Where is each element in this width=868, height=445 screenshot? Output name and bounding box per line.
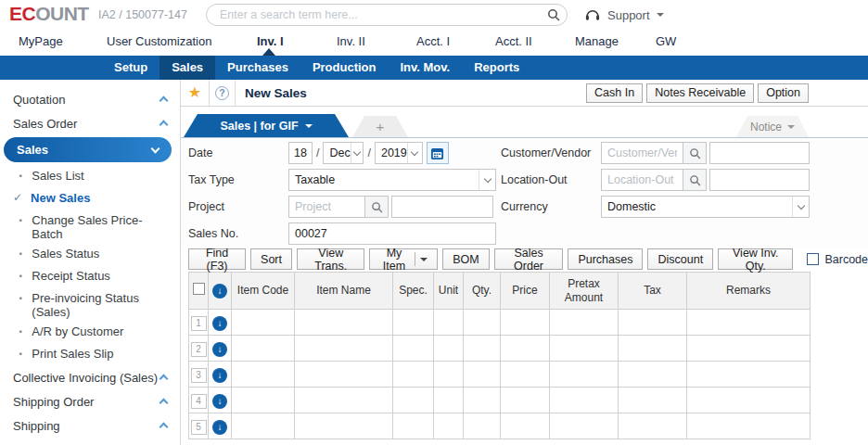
notes-receivable-button[interactable]: Notes Receivable <box>646 83 754 103</box>
grid-cell[interactable] <box>501 362 550 388</box>
main-menu-item-user-customization[interactable]: User Customization <box>107 30 211 54</box>
date-month-select[interactable]: Dec <box>323 142 364 164</box>
location-out-code-input[interactable] <box>601 169 683 191</box>
grid-cell[interactable] <box>619 413 687 439</box>
notice-tab[interactable]: Notice <box>736 116 809 137</box>
sidebar-item-change-sales-price-batch[interactable]: · Change Sales Price-Batch <box>0 210 180 243</box>
sidebar-item-shipping[interactable]: Shipping <box>0 413 180 438</box>
sidebar-item-pre-invoicing-status[interactable]: · Pre-invoicing Status (Sales) <box>0 287 180 321</box>
project-name-input[interactable] <box>391 196 493 218</box>
grid-cell[interactable] <box>687 362 811 388</box>
row-number[interactable]: 5 <box>191 420 207 435</box>
sidebar-item-sales-order[interactable]: Sales Order <box>0 111 180 135</box>
grid-cell[interactable] <box>550 362 619 388</box>
grid-cell[interactable] <box>393 310 434 336</box>
grid-cell[interactable] <box>434 310 464 336</box>
ecount-logo[interactable]: ECOUNT <box>9 3 89 25</box>
grid-cell[interactable] <box>550 336 619 362</box>
grid-cell[interactable] <box>501 388 550 413</box>
new-tab-button[interactable]: + <box>352 116 408 137</box>
grid-cell[interactable] <box>295 388 393 413</box>
bom-button[interactable]: BOM <box>442 248 489 270</box>
select-all-checkbox[interactable] <box>193 283 205 295</box>
purchases-button[interactable]: Purchases <box>568 248 643 270</box>
project-code-input[interactable] <box>288 196 364 218</box>
row-number[interactable]: 3 <box>191 368 207 383</box>
sidebar-item-ar-by-customer[interactable]: · A/R by Customer <box>0 321 180 343</box>
grid-cell[interactable] <box>619 362 687 388</box>
date-day-input[interactable] <box>288 142 313 164</box>
barcode-checkbox[interactable] <box>807 253 819 265</box>
favorite-button[interactable]: ★ <box>181 85 209 100</box>
customer-vendor-name-input[interactable] <box>709 142 810 164</box>
grid-cell[interactable] <box>501 336 550 362</box>
row-number[interactable]: 1 <box>191 316 207 331</box>
grid-cell[interactable] <box>295 362 393 388</box>
grid-cell[interactable] <box>393 362 434 388</box>
grid-cell[interactable] <box>393 388 434 413</box>
module-item-inv-mov[interactable]: Inv. Mov. <box>388 56 462 80</box>
main-menu-item-manage[interactable]: Manage <box>575 30 619 54</box>
grid-cell[interactable] <box>619 388 687 413</box>
cash-in-button[interactable]: Cash In <box>586 83 643 103</box>
grid-cell[interactable] <box>434 388 464 413</box>
view-trans-button[interactable]: View Trans. <box>297 248 364 270</box>
currency-select[interactable]: Domestic <box>601 196 810 218</box>
grid-cell[interactable] <box>434 336 464 362</box>
row-insert-button[interactable]: ↓ <box>212 316 227 331</box>
sidebar-item-sales-status[interactable]: · Sales Status <box>0 243 180 265</box>
tab-sales-for-gif[interactable]: Sales | for GIF <box>184 114 349 137</box>
main-menu-item-inv-2[interactable]: Inv. II <box>337 30 365 54</box>
grid-cell[interactable] <box>550 310 619 336</box>
sales-order-button[interactable]: Sales Order <box>494 248 564 270</box>
grid-cell[interactable] <box>550 388 619 413</box>
grid-cell[interactable] <box>295 310 393 336</box>
grid-cell[interactable] <box>464 336 501 362</box>
search-button[interactable] <box>541 5 567 25</box>
sidebar-item-print-sales-slip[interactable]: · Print Sales Slip <box>0 343 180 365</box>
grid-cell[interactable] <box>232 336 295 362</box>
location-out-search-button[interactable] <box>683 169 707 191</box>
customer-vendor-code-input[interactable] <box>601 142 683 164</box>
grid-cell[interactable] <box>295 413 393 439</box>
calendar-button[interactable] <box>427 142 449 164</box>
main-menu-item-acct-2[interactable]: Acct. II <box>495 30 532 54</box>
row-insert-button[interactable]: ↓ <box>212 420 227 435</box>
option-button[interactable]: Option <box>758 83 809 103</box>
sidebar-item-quotation[interactable]: Quotation <box>0 87 180 111</box>
main-menu-item-mypage[interactable]: MyPage <box>19 30 63 54</box>
sidebar-item-new-sales[interactable]: ✓ New Sales <box>0 187 180 210</box>
support-menu[interactable]: Support <box>584 5 664 25</box>
grid-cell[interactable] <box>501 413 550 439</box>
module-item-sales[interactable]: Sales <box>160 56 215 80</box>
global-search-input[interactable] <box>207 8 541 21</box>
sales-no-input[interactable] <box>288 222 496 245</box>
barcode-label[interactable]: Barcode <box>824 253 868 266</box>
row-number[interactable]: 2 <box>191 342 207 357</box>
find-button[interactable]: Find (F3) <box>188 248 246 270</box>
grid-cell[interactable] <box>464 362 501 388</box>
sidebar-item-shipping-order[interactable]: Shipping Order <box>0 389 180 413</box>
row-insert-button[interactable]: ↓ <box>212 368 227 383</box>
module-item-purchases[interactable]: Purchases <box>215 56 300 80</box>
grid-cell[interactable] <box>464 413 501 439</box>
grid-cell[interactable] <box>393 336 434 362</box>
grid-cell[interactable] <box>295 336 393 362</box>
main-menu-item-gw[interactable]: GW <box>656 30 676 54</box>
grid-cell[interactable] <box>550 413 619 439</box>
grid-cell[interactable] <box>464 388 501 413</box>
module-item-reports[interactable]: Reports <box>462 56 531 80</box>
grid-cell[interactable] <box>232 413 295 439</box>
customer-vendor-search-button[interactable] <box>683 142 707 164</box>
main-menu-item-acct-1[interactable]: Acct. I <box>416 30 450 54</box>
row-number[interactable]: 4 <box>191 394 207 409</box>
grid-cell[interactable] <box>687 336 811 362</box>
grid-cell[interactable] <box>501 310 550 336</box>
grid-cell[interactable] <box>464 310 501 336</box>
date-year-select[interactable]: 2019 <box>375 142 423 164</box>
sidebar-item-sales[interactable]: Sales <box>4 137 172 162</box>
grid-cell[interactable] <box>232 388 295 413</box>
module-item-setup[interactable]: Setup <box>102 56 160 80</box>
location-out-name-input[interactable] <box>709 169 810 191</box>
module-item-production[interactable]: Production <box>300 56 389 80</box>
